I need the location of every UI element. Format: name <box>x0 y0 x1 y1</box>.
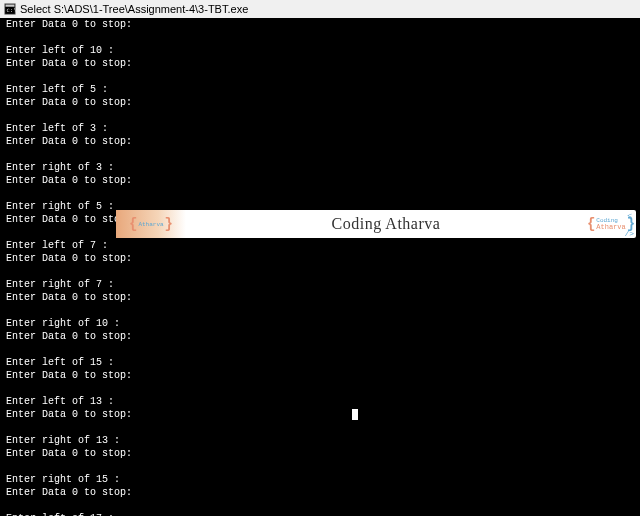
watermark-left-logo: { Atharva } <box>116 210 186 238</box>
console-line: Enter left of 17 : <box>6 512 634 516</box>
console-line <box>6 343 634 356</box>
console-output[interactable]: Enter Data 0 to stop:Enter left of 10 :E… <box>0 18 640 516</box>
console-line <box>6 421 634 434</box>
console-line: Enter left of 3 : <box>6 122 634 135</box>
watermark-right-logo: < { Coding Atharva } /> <box>586 210 636 238</box>
watermark-title: Coding Atharva <box>332 215 441 233</box>
brace-open-icon: { <box>587 216 595 232</box>
console-line: Enter Data 0 to stop: <box>6 174 634 187</box>
console-line: Enter Data 0 to stop: <box>6 291 634 304</box>
console-line <box>6 187 634 200</box>
console-line: Enter left of 15 : <box>6 356 634 369</box>
watermark-right-stack: Coding Atharva <box>596 218 625 231</box>
console-line: Enter left of 10 : <box>6 44 634 57</box>
angle-close-icon: /> <box>624 229 634 238</box>
watermark-banner: { Atharva } Coding Atharva < { Coding At… <box>116 210 636 238</box>
console-line <box>6 265 634 278</box>
titlebar-path: S:\ADS\1-Tree\Assignment-4\3-TBT.exe <box>54 3 249 15</box>
console-line <box>6 31 634 44</box>
console-line <box>6 70 634 83</box>
console-line <box>6 382 634 395</box>
console-line: Enter left of 13 : <box>6 395 634 408</box>
console-line: Enter right of 3 : <box>6 161 634 174</box>
window-titlebar[interactable]: c:\ Select S:\ADS\1-Tree\Assignment-4\3-… <box>0 0 640 18</box>
watermark-right-bottom: Atharva <box>596 224 625 231</box>
angle-open-icon: < <box>627 211 632 220</box>
svg-text:c:\: c:\ <box>6 6 16 13</box>
console-line: Enter right of 15 : <box>6 473 634 486</box>
console-line: Enter Data 0 to stop: <box>6 447 634 460</box>
console-line <box>6 304 634 317</box>
app-icon: c:\ <box>4 3 16 15</box>
console-line: Enter Data 0 to stop: <box>6 408 634 421</box>
console-line <box>6 148 634 161</box>
brace-close-icon: } <box>165 216 173 232</box>
console-line: Enter Data 0 to stop: <box>6 252 634 265</box>
console-line: Enter Data 0 to stop: <box>6 486 634 499</box>
console-line: Enter Data 0 to stop: <box>6 369 634 382</box>
console-line: Enter Data 0 to stop: <box>6 96 634 109</box>
text-cursor <box>352 409 358 420</box>
console-line: Enter left of 5 : <box>6 83 634 96</box>
watermark-left-label: Atharva <box>138 221 163 228</box>
console-line <box>6 109 634 122</box>
console-line: Enter Data 0 to stop: <box>6 330 634 343</box>
console-line: Enter right of 7 : <box>6 278 634 291</box>
console-line: Enter Data 0 to stop: <box>6 135 634 148</box>
console-line: Enter right of 10 : <box>6 317 634 330</box>
console-line <box>6 499 634 512</box>
console-line: Enter Data 0 to stop: <box>6 57 634 70</box>
console-line: Enter Data 0 to stop: <box>6 18 634 31</box>
titlebar-prefix: Select <box>20 3 51 15</box>
brace-open-icon: { <box>129 216 137 232</box>
console-line <box>6 460 634 473</box>
console-line: Enter right of 13 : <box>6 434 634 447</box>
console-line: Enter left of 7 : <box>6 239 634 252</box>
